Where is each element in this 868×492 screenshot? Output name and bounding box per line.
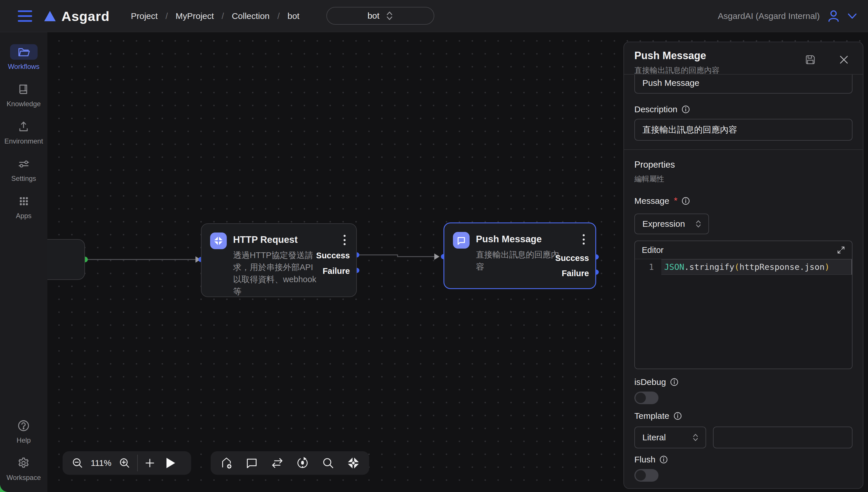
properties-title: Properties: [634, 159, 852, 170]
zoom-level: 111%: [91, 458, 111, 468]
editor-label: Editor: [642, 245, 664, 255]
fit-view-icon[interactable]: [347, 457, 360, 470]
flush-toggle[interactable]: [634, 469, 659, 482]
node-menu-kebab-icon[interactable]: [340, 233, 349, 246]
line-number: 1: [635, 259, 661, 275]
save-icon[interactable]: [804, 54, 816, 66]
app-window: HTTP Request 透過HTTP協定發送請求，用於串接外部API以取得資料…: [0, 0, 868, 492]
zoom-toolbar: 111%: [63, 451, 191, 475]
comment-icon[interactable]: [245, 457, 258, 470]
name-field[interactable]: Push Message: [634, 75, 852, 94]
node-push-message[interactable]: Push Message 直接輸出訊息的回應內容 Success Failure: [444, 222, 596, 289]
sidebar-item-apps[interactable]: Apps: [10, 194, 38, 220]
account-name: AsgardAI (Asgard Internal): [718, 11, 820, 21]
info-icon[interactable]: [681, 197, 690, 205]
description-field[interactable]: 直接輸出訊息的回應內容: [634, 119, 852, 141]
port-failure[interactable]: Failure: [323, 266, 350, 276]
question-circle-icon: [10, 418, 37, 434]
code-area[interactable]: 1 JSON.stringify(httpResponse.json): [635, 259, 852, 369]
previous-node-partial[interactable]: [47, 239, 85, 280]
search-icon[interactable]: [321, 457, 335, 470]
apps-grid-icon: [10, 194, 38, 209]
panel-subtitle: 直接輸出訊息的回應內容: [634, 65, 852, 75]
close-icon[interactable]: [839, 54, 849, 65]
sidebar-item-environment[interactable]: Environment: [4, 119, 43, 145]
node-http-request[interactable]: HTTP Request 透過HTTP協定發送請求，用於串接外部API以取得資料…: [201, 223, 357, 297]
info-icon[interactable]: [669, 489, 678, 489]
expression-editor: Editor 1 JSON.stringify(httpResponse.jso…: [634, 241, 852, 369]
upload-icon: [10, 119, 37, 134]
sidebar-item-knowledge[interactable]: Knowledge: [7, 81, 41, 108]
zoom-in-button[interactable]: [118, 457, 131, 469]
sidebar-item-help[interactable]: Help: [10, 418, 37, 444]
payload-label: Payload: [634, 488, 852, 489]
breadcrumb-bot[interactable]: bot: [288, 11, 300, 21]
template-type-select[interactable]: Literal: [634, 426, 706, 448]
sidebar-item-workspace[interactable]: Workspace: [7, 455, 41, 482]
logo-text: Asgard: [61, 8, 110, 24]
chevrons-up-down-icon: [386, 11, 393, 21]
auto-layout-icon[interactable]: [271, 457, 284, 470]
node-menu-kebab-icon[interactable]: [579, 233, 588, 246]
info-icon[interactable]: [673, 412, 682, 420]
folder-icon: [10, 44, 38, 60]
properties-subtitle: 編輯屬性: [634, 174, 852, 184]
workflow-select[interactable]: bot: [326, 7, 434, 25]
add-button[interactable]: [144, 457, 155, 469]
chevrons-up-down-icon: [692, 433, 699, 442]
isdebug-toggle[interactable]: [634, 392, 659, 404]
breadcrumb: Project/ MyProject/ Collection/ bot: [131, 0, 299, 32]
isdebug-label: isDebug: [634, 377, 852, 387]
http-request-icon: [210, 232, 227, 249]
expand-icon[interactable]: [837, 245, 846, 254]
chevron-down-icon[interactable]: [847, 13, 857, 19]
add-node-icon[interactable]: [220, 457, 233, 470]
panel-body[interactable]: Push Message Description 直接輸出訊息的回應內容 Pro…: [624, 75, 863, 489]
node-description: 直接輸出訊息的回應內容: [476, 249, 565, 273]
node-title: HTTP Request: [233, 234, 298, 245]
gear-icon: [10, 455, 37, 471]
code-line[interactable]: JSON.stringify(httpResponse.json): [661, 259, 852, 275]
hamburger-menu-icon[interactable]: [18, 10, 32, 22]
zoom-out-button[interactable]: [71, 457, 84, 469]
toolbar-divider: [137, 455, 138, 471]
port-success[interactable]: Success: [316, 251, 350, 260]
message-label: Message *: [634, 195, 852, 206]
book-icon: [10, 81, 37, 97]
top-header: Asgard Project/ MyProject/ Collection/ b…: [0, 0, 868, 32]
breadcrumb-collection[interactable]: Collection: [232, 11, 270, 21]
panel-header: Push Message 直接輸出訊息的回應內容: [624, 42, 863, 74]
node-config-panel: Push Message 直接輸出訊息的回應內容 Push Message De…: [623, 42, 863, 489]
account-menu[interactable]: AsgardAI (Asgard Internal): [718, 0, 857, 32]
breadcrumb-project[interactable]: Project: [131, 11, 157, 21]
canvas-tools-toolbar: [211, 451, 369, 475]
sidebar-item-workflows[interactable]: Workflows: [8, 44, 39, 71]
breadcrumb-myproject[interactable]: MyProject: [176, 11, 214, 21]
node-description: 透過HTTP協定發送請求，用於串接外部API以取得資料、webhook等: [233, 249, 321, 297]
sliders-icon: [10, 156, 38, 172]
description-label: Description: [634, 104, 852, 114]
info-icon[interactable]: [681, 105, 690, 114]
template-label: Template: [634, 411, 852, 421]
chevrons-up-down-icon: [695, 220, 701, 228]
app-logo[interactable]: Asgard: [44, 0, 110, 32]
rerun-highlight-icon[interactable]: [296, 457, 309, 470]
message-type-select[interactable]: Expression: [634, 214, 709, 234]
port-failure[interactable]: Failure: [562, 269, 589, 278]
node-title: Push Message: [476, 233, 542, 245]
push-message-icon: [453, 232, 470, 249]
port-success[interactable]: Success: [555, 253, 589, 263]
left-sidebar: Workflows Knowledge Environment: [0, 32, 47, 492]
flush-label: Flush: [634, 455, 852, 464]
logo-triangle-icon: [44, 10, 56, 22]
info-icon[interactable]: [670, 378, 678, 386]
user-icon: [827, 9, 840, 23]
info-icon[interactable]: [659, 455, 668, 464]
workflow-select-value: bot: [367, 11, 379, 21]
required-mark: *: [674, 195, 677, 206]
sidebar-item-settings[interactable]: Settings: [10, 156, 38, 182]
run-button[interactable]: [165, 457, 176, 469]
section-divider: [624, 149, 863, 150]
template-value-field[interactable]: [713, 426, 852, 448]
